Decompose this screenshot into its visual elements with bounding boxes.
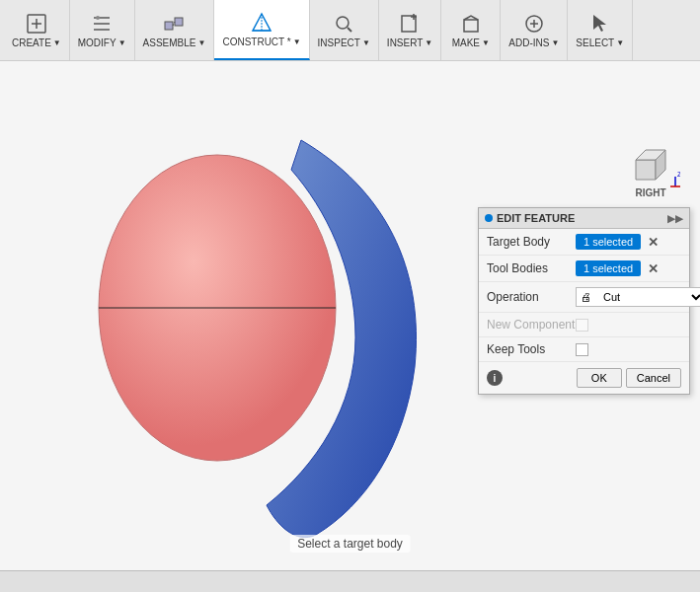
target-body-label: Target Body <box>487 235 576 249</box>
add-ins-label: ADD-INS <box>508 37 549 48</box>
edit-feature-panel: EDIT FEATURE ▶▶ Target Body 1 selected ✕… <box>478 207 690 395</box>
svg-rect-5 <box>175 18 183 26</box>
toolbar-insert[interactable]: INSERT ▼ <box>379 0 441 60</box>
panel-title: EDIT FEATURE <box>497 212 575 224</box>
svg-point-3 <box>96 16 100 20</box>
create-arrow: ▼ <box>53 38 61 47</box>
target-body-badge[interactable]: 1 selected <box>576 234 641 250</box>
create-label: CREATE <box>12 37 51 48</box>
svg-line-11 <box>348 28 351 32</box>
operation-icon: 🖨 <box>577 289 595 305</box>
panel-expand-icon[interactable]: ▶▶ <box>667 213 683 224</box>
new-component-label: New Component <box>487 318 576 332</box>
toolbar: CREATE ▼ MODIFY ▼ ASSEMBLE ▼ <box>0 0 700 61</box>
ok-button[interactable]: OK <box>577 368 622 388</box>
3d-viewport <box>49 111 474 564</box>
inspect-label: INSPECT <box>318 37 360 48</box>
new-component-checkbox[interactable] <box>576 319 588 332</box>
tool-bodies-clear[interactable]: ✕ <box>645 261 661 276</box>
insert-label: INSERT <box>387 37 424 48</box>
bottom-bar <box>0 570 700 592</box>
svg-rect-15 <box>464 20 478 32</box>
construct-arrow: ▼ <box>293 37 301 46</box>
toolbar-inspect[interactable]: INSPECT ▼ <box>310 0 379 60</box>
operation-row: Operation 🖨 Cut Join Intersect New Compo… <box>479 282 689 313</box>
construct-icon <box>250 11 273 35</box>
svg-rect-4 <box>165 22 173 30</box>
tool-bodies-badge[interactable]: 1 selected <box>576 260 641 276</box>
svg-text:Z: Z <box>677 171 680 178</box>
svg-marker-7 <box>253 14 271 31</box>
toolbar-make[interactable]: MAKE ▼ <box>441 0 501 60</box>
svg-marker-19 <box>593 15 606 32</box>
toolbar-assemble[interactable]: ASSEMBLE ▼ <box>135 0 215 60</box>
select-arrow: ▼ <box>616 38 624 47</box>
canvas-area[interactable]: Z RIGHT EDIT FEATURE ▶▶ Target Body 1 se… <box>0 61 700 592</box>
nav-cube[interactable]: Z RIGHT <box>621 135 680 185</box>
insert-icon <box>398 12 422 36</box>
make-arrow: ▼ <box>482 38 490 47</box>
cancel-button[interactable]: Cancel <box>626 368 681 388</box>
inspect-icon <box>332 12 355 36</box>
modify-icon <box>90 12 114 36</box>
add-ins-arrow: ▼ <box>551 38 559 47</box>
svg-point-10 <box>337 17 349 29</box>
operation-select[interactable]: Cut Join Intersect New Component <box>595 288 700 306</box>
assemble-arrow: ▼ <box>197 38 205 47</box>
operation-select-wrapper: 🖨 Cut Join Intersect New Component <box>576 287 700 307</box>
panel-header: EDIT FEATURE ▶▶ <box>479 208 689 229</box>
tool-bodies-row: Tool Bodies 1 selected ✕ <box>479 256 689 282</box>
construct-label: CONSTRUCT * <box>222 37 290 47</box>
assemble-label: ASSEMBLE <box>143 37 196 48</box>
add-ins-icon <box>522 12 546 36</box>
panel-footer: i OK Cancel <box>479 362 689 394</box>
status-text: Select a target body <box>289 535 411 553</box>
info-button[interactable]: i <box>487 370 503 386</box>
toolbar-create[interactable]: CREATE ▼ <box>4 0 70 60</box>
tool-bodies-label: Tool Bodies <box>487 261 576 275</box>
nav-cube-svg: Z <box>621 135 680 189</box>
panel-indicator <box>485 214 493 222</box>
keep-tools-checkbox[interactable] <box>576 343 588 356</box>
toolbar-modify[interactable]: MODIFY ▼ <box>70 0 135 60</box>
make-label: MAKE <box>452 37 480 48</box>
modify-label: MODIFY <box>78 37 117 48</box>
insert-arrow: ▼ <box>425 38 432 47</box>
target-body-row: Target Body 1 selected ✕ <box>479 229 689 256</box>
toolbar-construct[interactable]: CONSTRUCT * ▼ <box>214 0 309 60</box>
select-icon <box>588 12 612 36</box>
target-body-clear[interactable]: ✕ <box>645 235 661 250</box>
svg-marker-20 <box>636 160 656 180</box>
new-component-row: New Component <box>479 313 689 337</box>
modify-arrow: ▼ <box>118 38 126 47</box>
inspect-arrow: ▼ <box>362 38 370 47</box>
operation-label: Operation <box>487 290 576 304</box>
make-icon <box>459 12 483 36</box>
toolbar-add-ins[interactable]: ADD-INS ▼ <box>501 0 568 60</box>
create-icon <box>25 12 48 36</box>
assemble-icon <box>162 12 186 36</box>
select-label: SELECT <box>576 37 614 48</box>
keep-tools-row: Keep Tools <box>479 337 689 362</box>
keep-tools-label: Keep Tools <box>487 342 576 356</box>
toolbar-select[interactable]: SELECT ▼ <box>568 0 633 60</box>
